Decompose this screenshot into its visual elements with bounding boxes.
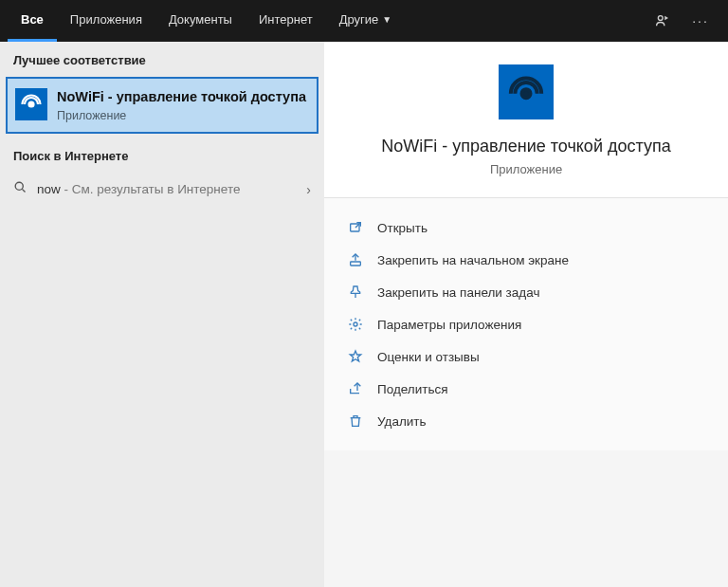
tab-strip: Все Приложения Документы Интернет Другие… [8,0,405,42]
more-icon[interactable]: ··· [690,10,711,31]
pin-task-icon [347,284,364,301]
tab-docs[interactable]: Документы [155,0,246,42]
action-label: Открыть [377,221,428,235]
action-rate[interactable]: Оценки и отзывы [330,340,722,373]
best-match-title: NoWiFi - управление точкой доступа [57,88,309,105]
action-pin-start[interactable]: Закрепить на начальном экране [330,244,722,276]
web-result[interactable]: now - См. результаты в Интернете › [0,171,324,208]
svg-point-1 [29,102,34,107]
action-settings[interactable]: Параметры приложения [330,308,722,340]
action-label: Удалить [377,414,427,429]
feedback-icon[interactable] [652,10,673,31]
pin-start-icon [347,251,364,268]
topbar: Все Приложения Документы Интернет Другие… [0,0,728,42]
action-open[interactable]: Открыть [330,211,722,244]
svg-point-0 [658,16,663,21]
open-icon [347,219,364,236]
action-pin-taskbar[interactable]: Закрепить на панели задач [330,276,722,308]
best-match-subtitle: Приложение [57,109,309,122]
star-icon [347,348,364,365]
topbar-icons: ··· [652,0,720,42]
best-match-result[interactable]: NoWiFi - управление точкой доступа Прило… [6,77,318,134]
web-result-text: now - См. результаты в Интернете [37,182,297,196]
preview-header: NoWiFi - управление точкой доступа Прило… [324,42,728,198]
action-label: Закрепить на панели задач [377,285,539,300]
web-search-label: Поиск в Интернете [0,143,324,171]
share-icon [347,380,364,397]
svg-point-2 [15,182,23,190]
action-label: Закрепить на начальном экране [377,253,569,267]
preview-panel: NoWiFi - управление точкой доступа Прило… [324,42,728,587]
app-icon-large [499,64,554,119]
action-label: Поделиться [377,382,448,396]
body: Лучшее соответствие NoWiFi - управление … [0,42,728,587]
trash-icon [347,413,364,430]
tab-other[interactable]: Другие ▼ [326,0,406,42]
action-label: Оценки и отзывы [377,350,480,364]
best-match-text: NoWiFi - управление точкой доступа Прило… [57,88,309,122]
results-panel: Лучшее соответствие NoWiFi - управление … [0,42,324,587]
action-share[interactable]: Поделиться [330,373,722,405]
tab-apps[interactable]: Приложения [57,0,155,42]
tab-web[interactable]: Интернет [246,0,326,42]
gear-icon [347,316,364,333]
action-list: Открыть Закрепить на начальном экране За… [324,198,728,450]
svg-point-3 [522,89,531,98]
preview-title: NoWiFi - управление точкой доступа [381,137,670,156]
action-label: Параметры приложения [377,318,521,332]
action-delete[interactable]: Удалить [330,405,722,437]
svg-rect-5 [351,262,361,266]
preview-subtitle: Приложение [490,162,562,176]
chevron-down-icon: ▼ [382,14,391,25]
tab-all[interactable]: Все [8,0,57,42]
chevron-right-icon: › [306,182,311,197]
search-icon [13,180,27,198]
svg-point-6 [354,322,357,326]
best-match-label: Лучшее соответствие [0,42,324,77]
app-icon [15,88,47,120]
